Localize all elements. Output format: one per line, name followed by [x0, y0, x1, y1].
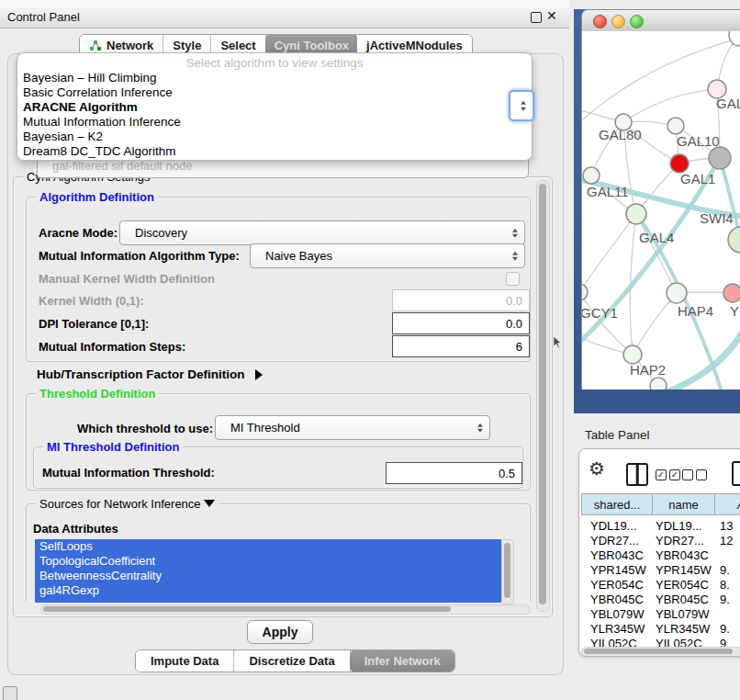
table-row[interactable]: YPR145WYPR145W9.: [581, 563, 740, 578]
table-cell: YDL19...: [581, 519, 652, 534]
network-node-label: Y: [730, 303, 739, 319]
table-cell: YDR27...: [652, 534, 714, 548]
algorithm-dropdown-popup: Select algorithm to view settings Bayesi…: [17, 52, 533, 161]
hub-definition-toggle[interactable]: Hub/Transcription Factor Definition: [37, 367, 263, 381]
dropdown-item[interactable]: Mutual Information Inference: [21, 115, 528, 130]
table-row[interactable]: YDR27...YDR27...12: [581, 534, 740, 548]
table-panel: ⚙ ✓✓ shared... name A YDL19...YDL19...13…: [578, 448, 740, 657]
cyni-mode-tabs: Impute Data Discretize Data Infer Networ…: [135, 649, 455, 672]
tab-infer-network[interactable]: Infer Network: [350, 649, 455, 672]
tray-icon[interactable]: [3, 686, 17, 700]
table-cell: [714, 607, 720, 622]
table-cell: 8.: [714, 578, 730, 593]
table-row[interactable]: YBR043CYBR043C: [581, 548, 740, 563]
table-horizontal-scrollbar[interactable]: [581, 647, 740, 657]
network-node-label: HAP2: [630, 362, 666, 378]
attribute-list-item[interactable]: TopologicalCoefficient: [35, 554, 501, 569]
mi-threshold-field[interactable]: 0.5: [386, 462, 522, 484]
table-panel-title: Table Panel: [585, 428, 650, 442]
table-header-row: shared... name A: [581, 493, 740, 515]
table-cell: [714, 548, 720, 563]
network-edge: [582, 292, 633, 355]
settings-horizontal-scrollbar[interactable]: [40, 604, 531, 615]
attribute-list-item[interactable]: BetweennessCentrality: [35, 569, 501, 583]
network-node[interactable]: [650, 378, 667, 390]
close-traffic-light[interactable]: [593, 15, 607, 28]
control-panel-titlebar[interactable]: [0, 7, 569, 28]
dropdown-item[interactable]: Bayesian – Hill Climbing: [21, 71, 528, 85]
manual-kernel-checkbox[interactable]: [506, 272, 520, 286]
data-attributes-list[interactable]: SelfLoopsTopologicalCoefficientBetweenne…: [35, 539, 501, 603]
select-all-columns-icon[interactable]: ✓✓: [656, 469, 680, 480]
table-row[interactable]: YLR345WYLR345W9.: [581, 622, 740, 637]
settings-vertical-scrollbar[interactable]: [536, 180, 550, 612]
network-node[interactable]: [583, 167, 600, 184]
float-window-icon[interactable]: [531, 12, 542, 23]
network-node[interactable]: [667, 283, 687, 303]
network-node[interactable]: [582, 284, 588, 300]
network-node[interactable]: [709, 147, 731, 169]
table-cell: YER054C: [581, 578, 652, 593]
table-row[interactable]: YBL079WYBL079W: [581, 607, 740, 622]
dropdown-item-list: Bayesian – Hill ClimbingBasic Correlatio…: [21, 71, 528, 159]
network-node-label: GCY1: [582, 305, 618, 321]
dropdown-item[interactable]: Bayesian – K2: [21, 130, 528, 144]
tab-discretize-data[interactable]: Discretize Data: [234, 650, 350, 672]
network-window-titlebar[interactable]: [581, 9, 740, 33]
deselect-all-columns-icon[interactable]: [682, 469, 707, 480]
table-cell: YER054C: [652, 578, 714, 593]
sources-group-title[interactable]: Sources for Network Inference: [36, 497, 219, 511]
attribute-list-item[interactable]: SelfLoops: [35, 539, 501, 554]
network-canvas[interactable]: GALGAL80GAL10GAL1GAL11GAL4SWI4HAP4YGCY1H…: [581, 31, 740, 390]
column-layout-icon[interactable]: [626, 463, 648, 486]
mouse-cursor: [553, 336, 562, 349]
network-node[interactable]: [728, 227, 740, 253]
collapse-down-icon: [204, 500, 215, 507]
table-cell: YBR043C: [652, 548, 714, 563]
attributes-vertical-scrollbar[interactable]: [501, 539, 514, 604]
column-header-name[interactable]: name: [653, 493, 715, 515]
dropdown-item[interactable]: ARACNE Algorithm: [21, 100, 528, 115]
table-cell: YPR145W: [652, 563, 714, 578]
mi-type-combobox[interactable]: Naive Bayes: [250, 243, 525, 268]
table-cell: YBR045C: [581, 593, 652, 607]
attribute-list-item[interactable]: gal4RGexp: [35, 583, 501, 598]
aracne-mode-label: Aracne Mode:: [39, 226, 118, 240]
network-node[interactable]: [723, 284, 740, 302]
network-node[interactable]: [667, 118, 684, 134]
network-node[interactable]: [623, 345, 642, 364]
table-body: YDL19...YDL19...13YDR27...YDR27...12YBR0…: [581, 519, 740, 651]
mi-steps-field[interactable]: 6: [392, 335, 530, 357]
minimize-traffic-light[interactable]: [611, 15, 625, 28]
table-row[interactable]: YER054CYER054C8.: [581, 578, 740, 593]
table-cell: 13: [714, 519, 733, 534]
algorithm-combobox-stepper[interactable]: [509, 90, 534, 121]
dropdown-item[interactable]: Dream8 DC_TDC Algorithm: [21, 144, 528, 159]
aracne-mode-combobox[interactable]: Discovery: [119, 220, 525, 245]
which-threshold-combobox[interactable]: MI Threshold: [215, 415, 490, 440]
network-node-label: SWI4: [700, 210, 734, 226]
close-icon[interactable]: ✕: [546, 8, 557, 23]
dropdown-item[interactable]: Basic Correlation Inference: [21, 85, 528, 100]
gear-icon[interactable]: ⚙: [589, 459, 605, 478]
column-header-third[interactable]: A: [715, 493, 740, 515]
dpi-tolerance-field[interactable]: 0.0: [392, 312, 530, 334]
network-node[interactable]: [670, 154, 689, 173]
column-header-shared[interactable]: shared...: [581, 493, 653, 515]
zoom-traffic-light[interactable]: [630, 15, 644, 28]
new-table-icon[interactable]: [732, 461, 740, 486]
table-cell: 9.: [714, 622, 730, 637]
network-node[interactable]: [729, 31, 740, 46]
expand-right-icon: [255, 369, 263, 380]
table-cell: YBR043C: [581, 548, 652, 563]
table-cell: YBL079W: [652, 607, 714, 622]
apply-button[interactable]: Apply: [247, 620, 313, 644]
network-edge: [633, 293, 677, 355]
tab-impute-data[interactable]: Impute Data: [136, 650, 234, 672]
kernel-width-field[interactable]: 0.0: [392, 289, 530, 311]
table-row[interactable]: YBR045CYBR045C9.: [581, 593, 740, 607]
network-icon: [89, 40, 102, 51]
table-row[interactable]: YDL19...YDL19...13: [581, 519, 740, 534]
table-cell: 12: [714, 534, 733, 548]
network-node[interactable]: [626, 204, 646, 224]
